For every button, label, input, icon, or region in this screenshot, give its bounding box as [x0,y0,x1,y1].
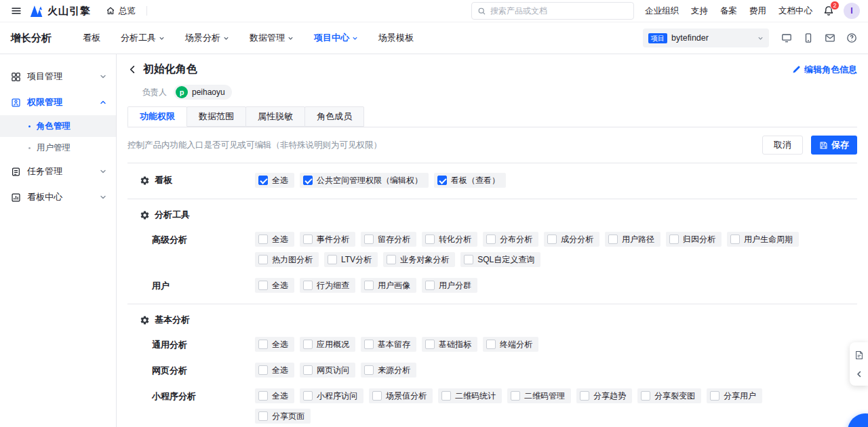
nav-item[interactable]: 数据管理 [250,32,294,44]
permission-checkbox[interactable]: 终端分析 [483,337,538,352]
tab[interactable]: 角色成员 [304,106,364,127]
permission-checkbox[interactable]: 二维码管理 [507,388,571,403]
permission-checkbox[interactable]: 公共空间管理权限（编辑权） [300,173,429,188]
permission-checkbox[interactable]: 全选 [255,363,294,378]
checkbox-row: 全选小程序访问场景值分析二维码统计二维码管理分享趋势分享裂变图分享用户 [255,388,762,403]
nav-item[interactable]: 分析工具 [121,32,165,44]
project-tag: 项目 [648,33,667,43]
permission-checkbox[interactable]: 成分分析 [544,232,599,247]
mail-icon[interactable] [825,33,835,43]
permission-checkbox[interactable]: 分享趋势 [576,388,632,403]
gear-icon [140,176,150,186]
permission-checkbox[interactable]: 全选 [255,388,294,403]
section-title: 基本分析 [127,314,255,326]
checkbox-icon [258,391,268,401]
topbar-link[interactable]: 支持 [691,5,708,17]
global-search[interactable] [471,2,634,20]
hamburger-menu-icon[interactable] [8,3,24,19]
sidebar-subitem[interactable]: 用户管理 [0,137,116,159]
section-title: 分析工具 [127,209,255,221]
permission-checkbox[interactable]: 分享页面 [255,409,311,424]
permission-checkbox[interactable]: 事件分析 [300,232,355,247]
collapse-arrow-icon[interactable] [856,371,863,378]
floating-toolbar [850,342,868,386]
permission-section: 基本分析通用分析全选应用概况基本留存基础指标终端分析网页分析全选网页访问来源分析… [127,304,857,427]
chevron-down-icon [757,35,764,41]
permission-checkbox[interactable]: 用户分群 [422,278,477,293]
permission-checkbox[interactable]: 热力图分析 [255,252,319,267]
chevron-down-icon [352,35,358,41]
permission-checkbox[interactable]: 分享裂变图 [637,388,701,403]
permission-checkbox[interactable]: 留存分析 [361,232,416,247]
permission-checkbox[interactable]: 归因分析 [666,232,722,247]
permission-checkbox[interactable]: 场景值分析 [369,388,433,403]
permission-checkbox[interactable]: 应用概况 [300,337,355,352]
tab[interactable]: 属性脱敏 [245,106,305,127]
permission-checkbox[interactable]: 看板（查看） [434,173,506,188]
notification-bell-icon[interactable]: 2 [823,5,834,16]
project-selector[interactable]: 项目 bytefinder [643,28,769,47]
permission-checkbox[interactable]: 小程序访问 [300,388,363,403]
tab[interactable]: 数据范围 [186,106,246,127]
permission-checkbox[interactable]: 全选 [255,232,294,247]
edit-role-link[interactable]: 编辑角色信息 [792,64,857,76]
nav-item-label: 项目中心 [314,32,349,44]
product-navbar: 增长分析 看板分析工具场景分析数据管理项目中心场景模板 项目 bytefinde… [0,22,868,54]
permission-checkbox[interactable]: LTV分析 [324,252,378,267]
overview-link[interactable]: 总览 [106,5,136,17]
checkbox-icon [580,391,589,401]
section-title: 看板 [127,174,255,186]
tab[interactable]: 功能权限 [127,106,187,127]
permission-checkbox[interactable]: SQL自定义查询 [460,252,540,267]
display-icon[interactable] [781,33,792,43]
permission-checkbox[interactable]: 基础指标 [422,337,477,352]
permission-checkbox[interactable]: 用户画像 [361,278,416,293]
survey-icon[interactable] [854,350,864,360]
permission-checkbox[interactable]: 基本留存 [361,337,416,352]
permission-checkbox[interactable]: 分享用户 [707,388,762,403]
save-button[interactable]: 保存 [811,136,857,155]
permission-checkbox[interactable]: 分布分析 [483,232,538,247]
checkbox-checked-icon [437,176,447,185]
topbar-link[interactable]: 备案 [720,5,737,17]
topbar-link[interactable]: 费用 [749,5,766,17]
sidebar-item[interactable]: 任务管理 [0,159,116,184]
checkbox-icon [608,235,618,244]
mobile-icon[interactable] [803,33,814,43]
owner-name: peihaoyu [192,87,225,97]
search-input[interactable] [490,6,628,16]
permission-checkbox[interactable]: 业务对象分析 [383,252,455,267]
permission-checkbox[interactable]: 行为细查 [300,278,355,293]
back-button[interactable] [127,64,138,75]
nav-item[interactable]: 看板 [83,32,100,44]
sidebar-subitem-label: 用户管理 [37,142,71,154]
permission-checkbox[interactable]: 全选 [255,337,294,352]
permission-checkbox[interactable]: 用户生命周期 [727,232,799,247]
nav-item[interactable]: 场景模板 [378,32,414,44]
permission-checkbox[interactable]: 网页访问 [300,363,355,378]
topbar-link[interactable]: 文档中心 [778,5,812,17]
cancel-button[interactable]: 取消 [762,136,803,155]
permission-checkbox[interactable]: 来源分析 [361,363,416,378]
sidebar-item[interactable]: 看板中心 [0,184,116,210]
sidebar-subitem[interactable]: 角色管理 [0,115,116,137]
permission-checkbox-label: 事件分析 [317,234,349,245]
volcano-engine-logo[interactable]: 火山引擎 [30,5,91,18]
permission-checkbox[interactable]: 用户路径 [605,232,660,247]
sidebar-item-label: 看板中心 [27,191,94,203]
nav-item[interactable]: 项目中心 [314,32,358,44]
permission-checkbox-label: 全选 [272,339,288,350]
nav-item[interactable]: 场景分析 [185,32,229,44]
permission-checkbox-label: 归因分析 [683,234,715,245]
permission-checkbox-label: 全选 [272,390,288,402]
help-icon[interactable] [846,33,857,43]
permission-checkbox[interactable]: 二维码统计 [438,388,502,403]
permission-checkbox[interactable]: 转化分析 [422,232,477,247]
permission-checkbox[interactable]: 全选 [255,278,294,293]
sidebar-item-label: 任务管理 [27,165,94,178]
sidebar-item[interactable]: 权限管理 [0,89,116,115]
topbar-link[interactable]: 企业组织 [645,5,679,17]
user-avatar[interactable]: I [844,3,860,19]
sidebar-item[interactable]: 项目管理 [0,64,116,89]
permission-checkbox[interactable]: 全选 [255,173,294,188]
